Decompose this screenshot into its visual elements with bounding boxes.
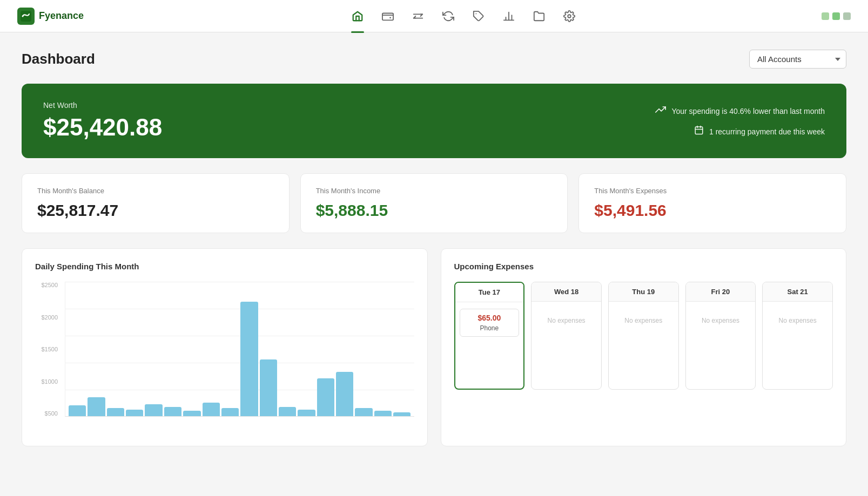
chart-bar [69,405,86,416]
day-body: $65.00Phone [455,302,524,343]
bottom-section: Daily Spending This Month $2500 $2000 $1… [22,248,846,446]
chart-bar [88,397,105,416]
no-expenses-label: No expenses [624,308,662,324]
day-header: Fri 20 [686,282,756,302]
net-worth-banner: Net Worth $25,420.88 Your spending is 40… [22,84,846,158]
navbar: Fyenance [0,0,868,32]
y-label-500: $500 [45,410,58,417]
chart-bar [183,411,200,416]
day-header: Tue 17 [455,283,524,302]
chart-area: $2500 $2000 $1500 $1000 $500 [35,282,414,433]
insight-spending: Your spending is 40.6% lower than last m… [655,104,825,118]
income-value: $5,888.15 [316,201,553,220]
expenses-label: This Month's Expenses [594,187,831,195]
day-body: No expenses [609,302,678,331]
day-column[interactable]: Wed 18No expenses [531,282,602,390]
balance-value: $25,817.47 [37,201,274,220]
day-header: Sat 21 [763,282,832,302]
main-content: Dashboard All Accounts Checking Savings … [0,32,868,464]
summary-cards: This Month's Balance $25,817.47 This Mon… [22,173,846,233]
page-header: Dashboard All Accounts Checking Savings … [22,50,846,69]
daily-spending-title: Daily Spending This Month [35,262,414,271]
svg-point-3 [389,17,391,18]
net-worth-insights: Your spending is 40.6% lower than last m… [655,104,825,138]
net-worth-left: Net Worth $25,420.88 [43,101,162,141]
nav-transfer[interactable] [405,3,431,29]
day-body: No expenses [763,302,832,331]
day-body: No expenses [531,302,601,331]
expenses-card: This Month's Expenses $5,491.56 [578,173,846,233]
chart-bar [279,407,296,416]
insight-recurring: 1 recurring payment due this week [694,125,825,138]
upcoming-expenses-panel: Upcoming Expenses Tue 17$65.00PhoneWed 1… [441,248,847,446]
calendar-icon [694,125,704,138]
upcoming-expenses-title: Upcoming Expenses [454,262,833,271]
day-column[interactable]: Thu 19No expenses [608,282,679,390]
y-label-2500: $2500 [41,282,58,288]
chart-bar [260,359,277,416]
page-title: Dashboard [22,51,95,67]
expense-item[interactable]: $65.00Phone [460,309,520,337]
balance-card: This Month's Balance $25,817.47 [22,173,290,233]
insight-recurring-text: 1 recurring payment due this week [709,127,825,136]
nav-settings[interactable] [556,3,582,29]
expenses-value: $5,491.56 [594,201,831,220]
chart-bar [393,412,411,416]
chart-bars [65,282,414,417]
y-label-1500: $1500 [41,346,58,352]
daily-spending-panel: Daily Spending This Month $2500 $2000 $1… [22,248,428,446]
account-selector[interactable]: All Accounts Checking Savings Credit Car… [749,50,846,69]
balance-label: This Month's Balance [37,187,274,195]
svg-rect-10 [695,127,703,134]
income-label: This Month's Income [316,187,553,195]
nav-folder[interactable] [526,3,552,29]
chart-bar [203,403,220,416]
dot-1 [822,12,829,20]
y-label-1000: $1000 [41,378,58,385]
nav-home[interactable] [345,3,371,29]
chart-bar [355,408,372,416]
brand-logo [17,8,35,25]
income-card: This Month's Income $5,888.15 [300,173,568,233]
chart-bar [164,407,181,416]
svg-point-1 [22,15,24,17]
no-expenses-label: No expenses [548,308,586,324]
nav-dots [822,12,851,20]
net-worth-value: $25,420.88 [43,114,162,141]
chart-bar [298,410,315,416]
day-header: Thu 19 [609,282,678,302]
chart-bar [107,408,124,416]
chart-line-icon [655,104,666,118]
chart-bar [221,408,239,416]
chart-y-axis: $2500 $2000 $1500 $1000 $500 [35,282,62,417]
chart-bar [374,411,392,416]
day-column[interactable]: Tue 17$65.00Phone [454,282,525,390]
chart-bar [145,404,162,416]
expense-amount: $65.00 [467,314,513,322]
nav-wallet[interactable] [375,3,401,29]
nav-chart[interactable] [496,3,522,29]
chart-bar [126,410,143,416]
expense-name: Phone [467,324,513,332]
nav-refresh[interactable] [435,3,461,29]
svg-rect-2 [382,13,393,20]
dot-3 [843,12,851,20]
svg-point-9 [568,15,571,18]
no-expenses-label: No expenses [779,308,817,324]
day-column[interactable]: Sat 21No expenses [762,282,833,390]
chart-bar [240,302,258,416]
no-expenses-label: No expenses [702,308,739,324]
insight-spending-text: Your spending is 40.6% lower than last m… [671,107,825,115]
day-header: Wed 18 [531,282,601,302]
nav-tags[interactable] [466,3,492,29]
brand-name: Fyenance [39,10,84,22]
dot-2 [832,12,840,20]
chart-bar [317,378,334,416]
y-label-2000: $2000 [41,314,58,321]
expenses-calendar: Tue 17$65.00PhoneWed 18No expensesThu 19… [454,282,833,390]
day-column[interactable]: Fri 20No expenses [685,282,756,390]
net-worth-label: Net Worth [43,101,162,110]
main-nav [105,3,822,29]
brand[interactable]: Fyenance [17,8,84,25]
chart-bar [336,372,353,416]
